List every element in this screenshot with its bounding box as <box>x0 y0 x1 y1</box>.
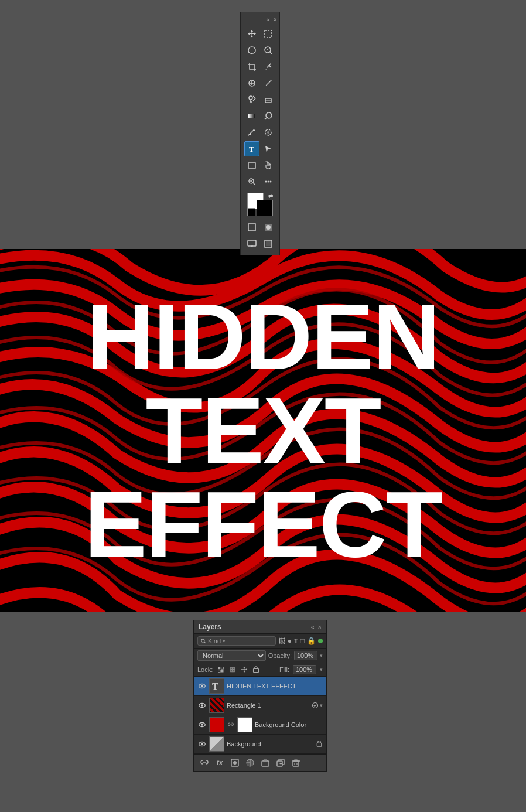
layer-visibility-bg-color[interactable] <box>197 720 207 729</box>
more-tools-btn[interactable] <box>261 174 276 189</box>
tool-row-4 <box>243 76 277 91</box>
layers-close-btn[interactable]: × <box>318 623 322 630</box>
swap-colors-icon[interactable]: ⇄ <box>268 193 273 199</box>
layer-name-background: Background <box>227 741 313 748</box>
filter-pixel-icon[interactable]: 🖼 <box>278 637 285 645</box>
delete-layer-btn[interactable] <box>290 757 302 769</box>
standard-mode-btn[interactable] <box>244 220 259 235</box>
layers-title-icons: « × <box>310 623 322 630</box>
svg-rect-4 <box>268 64 272 68</box>
filter-active-dot <box>318 639 323 643</box>
svg-rect-54 <box>317 743 322 746</box>
layers-search-box: Kind ▾ <box>197 636 276 646</box>
hand-tool-btn[interactable] <box>261 158 276 173</box>
opacity-chevron[interactable]: ▾ <box>320 653 323 659</box>
lock-transparent-btn[interactable] <box>216 665 226 674</box>
layer-locked-icon <box>316 740 323 748</box>
fill-chevron[interactable]: ▾ <box>320 667 323 673</box>
layers-panel-title: Layers <box>199 623 221 631</box>
crop-tool-btn[interactable] <box>244 59 259 74</box>
toolbar-top-bar: « × <box>243 16 277 23</box>
reset-colors-icon[interactable] <box>247 208 255 216</box>
magic-wand-btn[interactable] <box>261 43 276 58</box>
path-select-btn[interactable] <box>261 141 276 156</box>
add-mask-btn[interactable] <box>229 757 241 769</box>
quick-mask-btn[interactable] <box>261 220 276 235</box>
layer-visibility-background[interactable] <box>197 739 207 749</box>
brush-tool-btn[interactable] <box>261 76 276 91</box>
tool-row-7 <box>243 125 277 140</box>
opacity-label: Opacity: <box>268 652 292 659</box>
layer-item-hidden-text-effect[interactable]: T HIDDEN TEXT EFFECT <box>194 677 326 696</box>
layers-kind-chevron[interactable]: ▾ <box>223 638 226 644</box>
blend-mode-select[interactable]: Normal Multiply Screen Overlay <box>197 650 266 661</box>
layer-link-icon <box>227 721 235 729</box>
layer-thumb-rectangle <box>209 698 224 713</box>
layer-item-background-color[interactable]: Background Color <box>194 715 326 735</box>
move-tool-btn[interactable] <box>244 26 259 42</box>
eyedropper-btn[interactable] <box>261 59 276 74</box>
new-layer-btn[interactable] <box>275 757 286 769</box>
full-screen-btn[interactable] <box>261 236 276 251</box>
background-color-swatch[interactable] <box>257 200 273 216</box>
add-fx-btn[interactable]: fx <box>214 757 226 769</box>
healing-brush-btn[interactable] <box>244 76 259 91</box>
svg-rect-18 <box>248 163 255 168</box>
pen-tool-btn[interactable] <box>244 125 259 140</box>
tool-row-9 <box>243 158 277 173</box>
gradient-btn[interactable] <box>244 108 259 124</box>
dodge-btn[interactable] <box>261 108 276 124</box>
layers-filter-icons: 🖼 ● T □ 🔒 <box>278 637 323 645</box>
opacity-value[interactable]: 100% <box>294 651 317 660</box>
svg-point-24 <box>268 181 269 183</box>
tool-row-10 <box>243 174 277 189</box>
layer-item-background[interactable]: Background <box>194 735 326 754</box>
layers-lock-row: Lock: Fill: 100% ▾ <box>194 663 326 677</box>
lasso-tool-btn[interactable] <box>244 43 259 58</box>
svg-text:T: T <box>212 681 218 691</box>
toolbar-collapse-btn[interactable]: « <box>266 16 269 23</box>
svg-point-14 <box>250 134 251 135</box>
layers-filter-row: Kind ▾ 🖼 ● T □ 🔒 <box>194 634 326 649</box>
filter-type-icon[interactable]: T <box>294 637 298 644</box>
svg-line-36 <box>204 642 206 643</box>
color-swatches: ⇄ <box>247 193 273 216</box>
tool-row-1 <box>243 26 277 42</box>
fill-label: Fill: <box>279 666 289 673</box>
lock-position-btn[interactable] <box>240 665 249 674</box>
layers-title-bar: Layers « × <box>194 620 326 634</box>
layer-name-background-color: Background Color <box>255 721 323 728</box>
blur-btn[interactable] <box>261 125 276 140</box>
marquee-tool-btn[interactable] <box>261 26 276 42</box>
layer-item-rectangle-1[interactable]: Rectangle 1 ▾ <box>194 696 326 715</box>
layer-visibility-rectangle[interactable] <box>197 701 207 710</box>
link-layers-btn[interactable] <box>199 757 210 769</box>
eraser-btn[interactable] <box>261 92 276 107</box>
filter-adjustment-icon[interactable]: ● <box>288 637 292 645</box>
toolbar-close-btn[interactable]: × <box>274 16 277 23</box>
tools-panel: « × <box>240 12 280 255</box>
add-adjustment-btn[interactable] <box>244 757 256 769</box>
filter-smart-icon[interactable]: 🔒 <box>307 637 316 645</box>
svg-rect-40 <box>221 670 224 673</box>
svg-point-23 <box>265 181 267 183</box>
layers-blend-row: Normal Multiply Screen Overlay Opacity: … <box>194 649 326 663</box>
type-tool-btn[interactable]: T <box>244 141 259 156</box>
svg-rect-37 <box>218 667 221 670</box>
layer-visibility-hidden-text[interactable] <box>197 681 207 691</box>
svg-point-53 <box>201 743 203 745</box>
filter-shape-icon[interactable]: □ <box>300 637 305 645</box>
canvas-background[interactable]: HIDDEN TEXT EFFECT <box>0 249 526 612</box>
lock-artboard-btn[interactable] <box>251 665 261 674</box>
add-group-btn[interactable] <box>259 757 271 769</box>
tool-row-5 <box>243 92 277 107</box>
lock-icons-group <box>216 665 261 674</box>
rectangle-tool-btn[interactable] <box>244 158 259 173</box>
layers-collapse-btn[interactable]: « <box>310 623 314 630</box>
screen-mode-btn[interactable] <box>244 236 259 251</box>
lock-image-btn[interactable] <box>228 665 237 674</box>
layer-smart-object-icon[interactable]: ▾ <box>312 702 323 709</box>
fill-value[interactable]: 100% <box>293 665 316 674</box>
clone-stamp-btn[interactable] <box>244 92 259 107</box>
zoom-tool-btn[interactable] <box>244 174 259 189</box>
